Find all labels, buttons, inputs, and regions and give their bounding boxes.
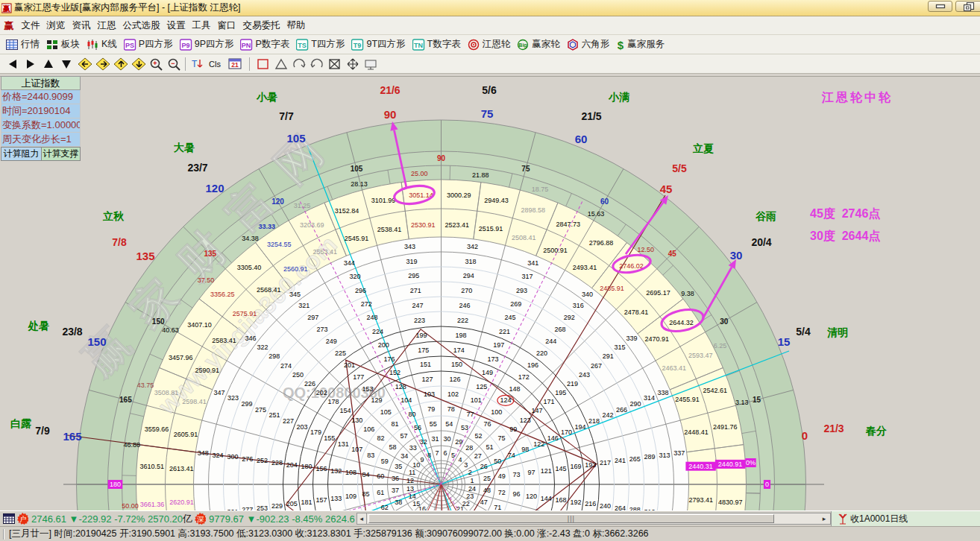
- svg-text:处暑: 处暑: [28, 320, 49, 332]
- svg-text:291: 291: [603, 352, 614, 360]
- svg-text:2949.43: 2949.43: [484, 197, 509, 204]
- svg-text:户: 户: [19, 515, 26, 523]
- svg-text:57: 57: [401, 432, 408, 440]
- svg-text:2568.41: 2568.41: [257, 286, 281, 294]
- svg-text:2598.41: 2598.41: [182, 398, 207, 405]
- svg-text:54: 54: [445, 420, 453, 428]
- svg-text:43.75: 43.75: [137, 382, 154, 389]
- svg-text:3152.84: 3152.84: [335, 207, 359, 215]
- svg-text:228: 228: [271, 459, 283, 466]
- svg-text:30: 30: [720, 317, 729, 326]
- svg-text:345: 345: [289, 291, 301, 298]
- svg-text:1: 1: [471, 477, 474, 484]
- svg-text:3457.96: 3457.96: [169, 354, 193, 361]
- svg-text:90: 90: [437, 154, 446, 162]
- svg-text:30: 30: [730, 249, 743, 262]
- svg-text:7/7: 7/7: [279, 110, 294, 122]
- svg-text:150: 150: [152, 317, 165, 326]
- svg-text:3559.66: 3559.66: [145, 425, 169, 433]
- svg-text:200: 200: [378, 341, 389, 349]
- svg-text:165: 165: [119, 396, 132, 404]
- svg-text:223: 223: [414, 317, 425, 324]
- svg-text:348: 348: [198, 449, 209, 457]
- svg-text:31: 31: [431, 435, 439, 443]
- svg-text:317: 317: [522, 273, 533, 280]
- svg-text:3661.36: 3661.36: [140, 501, 165, 508]
- svg-text:276: 276: [242, 455, 253, 463]
- svg-text:104: 104: [401, 396, 412, 404]
- svg-text:275: 275: [255, 406, 266, 414]
- svg-text:33.33: 33.33: [259, 223, 276, 230]
- svg-text:225: 225: [335, 349, 346, 357]
- svg-text:193: 193: [585, 461, 596, 469]
- svg-text:242: 242: [603, 411, 614, 419]
- svg-text:249: 249: [326, 338, 337, 345]
- svg-text:TN: TN: [414, 42, 423, 49]
- svg-text:61: 61: [377, 489, 384, 496]
- svg-text:45: 45: [660, 183, 673, 195]
- svg-text:294: 294: [463, 272, 474, 279]
- svg-text:156: 156: [315, 465, 327, 472]
- svg-text:120: 120: [205, 182, 224, 194]
- svg-text:2898.58: 2898.58: [521, 206, 546, 214]
- svg-text:150: 150: [87, 335, 106, 348]
- svg-text:15: 15: [778, 335, 791, 348]
- svg-text:24: 24: [468, 485, 476, 493]
- svg-text:129: 129: [371, 396, 383, 404]
- svg-text:248: 248: [366, 314, 377, 321]
- svg-text:2590.91: 2590.91: [195, 367, 220, 374]
- svg-text:3356.25: 3356.25: [210, 291, 235, 298]
- svg-text:203: 203: [296, 423, 307, 431]
- svg-text:321: 321: [298, 302, 310, 309]
- svg-text:2644.32: 2644.32: [669, 319, 694, 326]
- svg-text:202: 202: [316, 389, 327, 396]
- svg-text:5/5: 5/5: [672, 162, 687, 174]
- svg-text:3508.81: 3508.81: [154, 389, 179, 396]
- svg-text:2796.88: 2796.88: [589, 239, 614, 247]
- svg-text:小暑: 小暑: [256, 91, 277, 103]
- svg-text:2515.91: 2515.91: [479, 225, 503, 232]
- svg-text:2545.91: 2545.91: [345, 235, 369, 242]
- svg-text:109: 109: [345, 493, 356, 500]
- svg-text:240: 240: [600, 502, 611, 510]
- svg-text:21/6: 21/6: [380, 84, 400, 96]
- svg-text:252: 252: [257, 457, 268, 464]
- svg-text:29: 29: [455, 438, 462, 446]
- svg-text:35: 35: [395, 463, 402, 470]
- svg-text:241: 241: [615, 457, 626, 464]
- svg-text:85: 85: [362, 490, 369, 498]
- svg-text:341: 341: [527, 259, 538, 267]
- svg-text:48: 48: [483, 487, 491, 494]
- svg-text:2620.91: 2620.91: [169, 499, 194, 506]
- svg-text:58: 58: [389, 443, 396, 451]
- svg-text:2455.91: 2455.91: [675, 396, 700, 403]
- svg-text:9: 9: [420, 456, 424, 464]
- svg-text:267: 267: [591, 362, 602, 370]
- svg-text:105: 105: [380, 408, 392, 416]
- svg-text:313: 313: [659, 452, 670, 459]
- svg-text:103: 103: [424, 390, 435, 398]
- svg-text:204: 204: [286, 461, 298, 469]
- svg-text:197: 197: [493, 341, 504, 349]
- svg-text:3407.10: 3407.10: [187, 321, 212, 329]
- svg-text:13: 13: [406, 485, 414, 493]
- svg-text:108: 108: [345, 469, 356, 476]
- svg-text:229: 229: [271, 502, 283, 510]
- svg-text:78: 78: [447, 405, 455, 413]
- svg-text:342: 342: [467, 243, 478, 250]
- svg-text:171: 171: [543, 398, 554, 405]
- svg-text:7/8: 7/8: [112, 236, 127, 248]
- svg-text:30: 30: [444, 435, 451, 443]
- svg-text:128: 128: [395, 383, 406, 390]
- svg-text:266: 266: [616, 406, 627, 414]
- svg-text:150: 150: [451, 361, 462, 368]
- svg-text:74: 74: [508, 452, 515, 459]
- svg-text:51: 51: [486, 443, 494, 451]
- svg-text:290: 290: [629, 400, 641, 408]
- svg-text:白露: 白露: [10, 417, 32, 429]
- svg-text:2523.41: 2523.41: [445, 221, 470, 229]
- svg-text:4: 4: [459, 456, 462, 464]
- svg-text:152: 152: [389, 369, 401, 376]
- svg-text:12: 12: [406, 477, 414, 484]
- svg-text:346: 346: [245, 335, 256, 342]
